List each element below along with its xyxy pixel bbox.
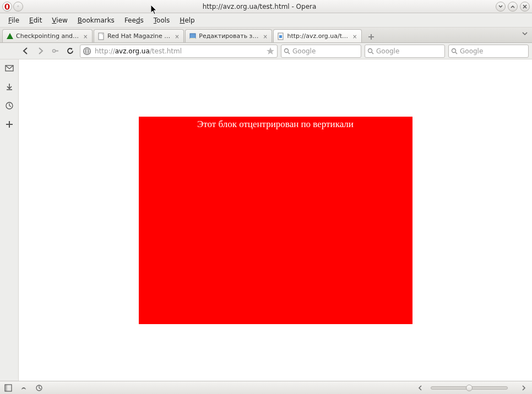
pyramid-icon [6, 32, 14, 40]
panel-history-icon[interactable] [4, 100, 15, 111]
search-box-1[interactable]: Google [281, 45, 361, 58]
tabbar-right-controls [521, 30, 529, 39]
tab-label: Red Hat Magazine … [107, 32, 170, 40]
svg-point-7 [52, 50, 55, 52]
wand-button[interactable] [48, 45, 62, 57]
tab-3[interactable]: http://avz.org.ua/t… × [273, 29, 362, 42]
search-placeholder: Google [460, 47, 483, 55]
new-tab-button[interactable] [365, 31, 377, 42]
status-bar [0, 381, 532, 394]
close-button[interactable] [520, 2, 530, 12]
page-icon [277, 32, 285, 40]
svg-rect-8 [55, 51, 58, 52]
globe-icon [83, 47, 91, 56]
maximize-button[interactable] [508, 2, 518, 12]
close-icon[interactable]: × [263, 34, 268, 39]
search-icon [367, 48, 374, 54]
titlebar-secondary-icon[interactable]: ◦ [13, 2, 23, 12]
svg-rect-4 [190, 38, 196, 39]
menu-file[interactable]: File [3, 15, 24, 26]
reload-button[interactable] [63, 45, 77, 57]
svg-point-13 [452, 48, 456, 52]
tab-overflow-button[interactable] [521, 30, 529, 39]
centered-block: Этот блок отцентрирован по вертикали [139, 117, 412, 324]
close-icon[interactable]: × [83, 34, 89, 39]
chevron-left-icon[interactable] [415, 383, 425, 393]
search-icon [284, 48, 290, 54]
page-icon [97, 32, 105, 40]
menu-view[interactable]: View [47, 15, 72, 26]
turbo-icon[interactable] [34, 383, 44, 393]
tab-bar: Checkpointing and… × Red Hat Magazine … … [0, 28, 532, 43]
tab-label: Редактировать з… [199, 32, 258, 40]
close-icon[interactable]: × [352, 34, 358, 39]
tab-label: Checkpointing and… [16, 32, 79, 40]
book-icon [189, 32, 197, 40]
main-area: Этот блок отцентрирован по вертикали [0, 59, 532, 381]
svg-rect-3 [190, 34, 196, 39]
minimize-button[interactable] [496, 2, 506, 12]
svg-point-11 [285, 48, 289, 52]
search-placeholder: Google [292, 47, 316, 55]
window-title: http://avz.org.ua/test.html - Opera [23, 3, 496, 10]
bookmark-star-icon[interactable] [266, 47, 275, 56]
svg-point-1 [6, 4, 8, 9]
search-box-2[interactable]: Google [365, 45, 445, 58]
search-placeholder: Google [376, 47, 399, 55]
panel-add-icon[interactable] [4, 119, 15, 130]
menu-edit[interactable]: Edit [24, 15, 47, 26]
search-box-3[interactable]: Google [448, 45, 529, 58]
side-panel [0, 59, 19, 381]
search-icon [451, 48, 458, 54]
menu-tools[interactable]: Tools [149, 15, 175, 26]
url-text: http://avz.org.ua/test.html [95, 47, 263, 55]
titlebar-left: ◦ [2, 2, 23, 12]
address-bar[interactable]: http://avz.org.ua/test.html [80, 45, 278, 58]
menu-bookmarks[interactable]: Bookmarks [73, 15, 120, 26]
svg-rect-17 [5, 385, 7, 391]
svg-point-12 [368, 48, 372, 52]
panels-toggle-icon[interactable] [3, 383, 13, 393]
nav-buttons [19, 45, 77, 57]
page-viewport: Этот блок отцентрирован по вертикали [19, 59, 532, 381]
window-titlebar: ◦ http://avz.org.ua/test.html - Opera [0, 0, 532, 13]
back-button[interactable] [19, 45, 32, 57]
chevron-right-icon[interactable] [519, 383, 529, 393]
sync-icon[interactable] [19, 383, 29, 393]
nav-toolbar: http://avz.org.ua/test.html Google Googl… [0, 43, 532, 59]
opera-app-icon[interactable] [2, 2, 12, 12]
panel-mail-icon[interactable] [4, 63, 15, 74]
titlebar-right [496, 2, 530, 12]
block-heading: Этот блок отцентрирован по вертикали [197, 119, 354, 129]
menu-help[interactable]: Help [175, 15, 199, 26]
forward-button[interactable] [34, 45, 47, 57]
close-icon[interactable]: × [175, 34, 180, 39]
menu-feeds[interactable]: Feeds [120, 15, 149, 26]
tab-1[interactable]: Red Hat Magazine … × [94, 29, 184, 42]
tab-label: http://avz.org.ua/t… [287, 32, 348, 40]
menu-bar: File Edit View Bookmarks Feeds Tools Hel… [0, 13, 532, 28]
tab-2[interactable]: Редактировать з… × [185, 29, 272, 42]
zoom-slider[interactable] [431, 386, 508, 390]
zoom-thumb[interactable] [466, 385, 473, 391]
svg-rect-6 [279, 35, 282, 38]
tab-0[interactable]: Checkpointing and… × [2, 29, 93, 42]
panel-download-icon[interactable] [4, 81, 15, 92]
